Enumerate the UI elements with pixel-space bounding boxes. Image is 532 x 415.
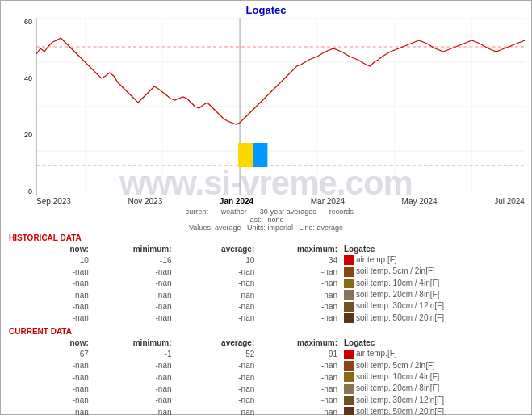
y-label-40: 40: [7, 74, 34, 82]
current-title: CURRENT DATA: [9, 327, 523, 336]
table-row: -nan-nan-nan-nansoil temp. 50cm / 20in[F…: [9, 406, 523, 415]
cell-label: soil temp. 10cm / 4in[F]: [341, 278, 523, 289]
table-row: -nan-nan-nan-nansoil temp. 30cm / 12in[F…: [9, 395, 523, 406]
historical-title: HISTORICAL DATA: [9, 233, 523, 242]
cell-max: -nan: [258, 266, 341, 277]
cell-avg: -nan: [175, 312, 258, 324]
svg-rect-15: [238, 143, 253, 167]
cell-max: -nan: [258, 289, 341, 300]
cell-label: soil temp. 20cm / 8in[F]: [341, 383, 523, 394]
cell-now: -nan: [9, 360, 92, 371]
cell-label: soil temp. 20cm / 8in[F]: [341, 289, 523, 300]
table-row: -nan-nan-nan-nansoil temp. 50cm / 20in[F…: [9, 312, 523, 324]
table-row: 67-15291air temp.[F]: [9, 348, 523, 359]
row-label: soil temp. 5cm / 2in[F]: [356, 361, 435, 370]
x-labels: Sep 2023 Nov 2023 Jan 2024 Mar 2024 May …: [36, 195, 525, 206]
cell-label: air temp.[F]: [341, 348, 523, 359]
cell-now: -nan: [9, 383, 92, 394]
cell-min: -nan: [92, 360, 175, 371]
cell-label: soil temp. 30cm / 12in[F]: [341, 395, 523, 406]
col-station: Logatec: [341, 244, 523, 254]
cell-avg: -nan: [175, 289, 258, 300]
cell-now: -nan: [9, 406, 92, 415]
cur-col-max: maximum:: [258, 337, 341, 348]
cell-now: -nan: [9, 266, 92, 277]
row-label: soil temp. 10cm / 4in[F]: [356, 279, 439, 287]
y-label-20: 20: [7, 131, 34, 139]
cell-now: -nan: [9, 312, 92, 324]
cell-avg: -nan: [175, 406, 258, 415]
cell-min: -nan: [92, 300, 175, 312]
cell-min: -nan: [92, 278, 175, 289]
cell-avg: -nan: [175, 383, 258, 394]
cell-min: -nan: [92, 371, 175, 383]
y-label-0: 0: [7, 187, 34, 195]
table-row: -nan-nan-nan-nansoil temp. 5cm / 2in[F]: [9, 360, 523, 371]
cell-max: -nan: [258, 383, 341, 394]
cell-now: 10: [9, 254, 92, 266]
cell-avg: -nan: [175, 266, 258, 277]
cell-min: -nan: [92, 395, 175, 406]
color-indicator: [344, 302, 354, 312]
cell-now: -nan: [9, 371, 92, 383]
cell-avg: -nan: [175, 371, 258, 383]
color-indicator: [344, 361, 354, 371]
cell-max: -nan: [258, 360, 341, 371]
cell-now: -nan: [9, 278, 92, 289]
x-label-nov: Nov 2023: [128, 197, 162, 206]
cell-max: 34: [258, 254, 341, 266]
row-label: soil temp. 20cm / 8in[F]: [356, 290, 439, 299]
color-indicator: [344, 396, 354, 405]
row-label: soil temp. 20cm / 8in[F]: [356, 384, 439, 392]
cell-min: -nan: [92, 312, 175, 324]
color-indicator: [344, 407, 354, 415]
cell-min: -nan: [92, 406, 175, 415]
x-label-jul: Jul 2024: [494, 197, 525, 206]
legend-line3: Values: average Units: imperial Line: av…: [1, 224, 531, 232]
chart-svg: [36, 18, 525, 195]
cell-label: soil temp. 5cm / 2in[F]: [341, 266, 523, 277]
cell-now: -nan: [9, 395, 92, 406]
main-container: Logatec 60 40 20 0: [0, 0, 532, 415]
table-row: -nan-nan-nan-nansoil temp. 10cm / 4in[F]: [9, 371, 523, 383]
table-row: -nan-nan-nan-nansoil temp. 20cm / 8in[F]: [9, 289, 523, 300]
x-label-may: May 2024: [402, 197, 438, 206]
table-row: 10-161034air temp.[F]: [9, 254, 523, 266]
current-table: now: minimum: average: maximum: Logatec …: [9, 337, 523, 415]
cell-avg: -nan: [175, 395, 258, 406]
cell-now: -nan: [9, 289, 92, 300]
row-label: soil temp. 30cm / 12in[F]: [356, 396, 444, 405]
legend: -- current -- weather -- 30-year average…: [1, 208, 531, 232]
data-section: HISTORICAL DATA now: minimum: average: m…: [1, 227, 531, 415]
row-label: air temp.[F]: [356, 349, 397, 358]
col-avg: average:: [175, 244, 258, 254]
cur-col-station: Logatec: [341, 337, 523, 348]
cell-min: -nan: [92, 266, 175, 277]
table-row: -nan-nan-nan-nansoil temp. 20cm / 8in[F]: [9, 383, 523, 394]
cell-max: -nan: [258, 371, 341, 383]
cell-max: -nan: [258, 395, 341, 406]
x-label-jan: Jan 2024: [220, 197, 253, 206]
color-indicator: [344, 279, 354, 288]
color-indicator: [344, 350, 354, 359]
color-indicator: [344, 290, 354, 300]
cur-col-min: minimum:: [92, 337, 175, 348]
svg-rect-16: [253, 143, 267, 167]
color-indicator: [344, 267, 354, 277]
cell-min: -nan: [92, 289, 175, 300]
chart-area: Logatec 60 40 20 0: [1, 1, 531, 227]
row-label: soil temp. 50cm / 20in[F]: [356, 407, 444, 415]
cur-col-now: now:: [9, 337, 92, 348]
color-indicator: [344, 372, 354, 382]
cell-label: soil temp. 50cm / 20in[F]: [341, 406, 523, 415]
cell-avg: 10: [175, 254, 258, 266]
col-min: minimum:: [92, 244, 175, 254]
color-indicator: [344, 313, 354, 323]
row-label: soil temp. 10cm / 4in[F]: [356, 372, 439, 381]
chart-inner: Sep 2023 Nov 2023 Jan 2024 Mar 2024 May …: [36, 18, 525, 206]
cell-avg: 52: [175, 348, 258, 359]
color-indicator: [344, 384, 354, 394]
row-label: soil temp. 50cm / 20in[F]: [356, 313, 444, 322]
cell-label: soil temp. 5cm / 2in[F]: [341, 360, 523, 371]
cell-max: 91: [258, 348, 341, 359]
